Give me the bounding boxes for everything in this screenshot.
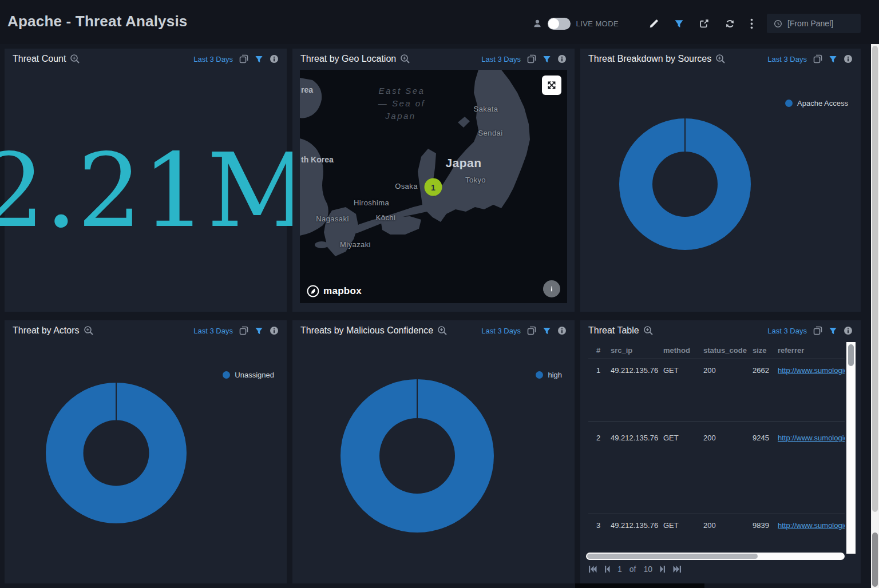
scrollbar-end-segment [872,533,878,587]
panel-title: Threat by Actors [13,325,80,336]
copy-panel-icon[interactable] [527,326,536,335]
cell-index: 2 [596,434,611,442]
table-row[interactable]: 1 49.212.135.76 GET 200 2662 http://www.… [588,359,845,422]
cell-index: 1 [596,366,611,375]
info-icon [548,285,556,293]
referrer-link[interactable]: http://www.sumologic. [778,521,845,530]
panel-time-range[interactable]: Last 3 Days [481,55,521,63]
column-header[interactable]: # [596,346,611,355]
legend-item[interactable]: Unassigned [223,371,274,379]
referrer-link[interactable]: http://www.sumologic. [778,434,845,442]
panel-info-icon[interactable] [270,326,279,335]
map-label-tokyo: Tokyo [465,176,486,184]
panel-filter-icon[interactable] [543,55,551,63]
panel-filter-icon[interactable] [829,55,837,63]
donut-chart-sources[interactable] [619,118,751,250]
table-horizontal-scrollbar[interactable] [586,553,845,560]
zoom-in-icon[interactable] [84,325,94,336]
toggle-knob [548,18,559,29]
map-label-sea-2: — Sea of [378,98,426,108]
mapbox-attribution[interactable]: mapbox [307,285,362,297]
refresh-icon[interactable] [724,18,735,29]
panel-title: Threat Table [588,325,639,336]
map-fullscreen-button[interactable] [542,76,561,95]
copy-panel-icon[interactable] [239,326,248,335]
panel-filter-icon[interactable] [829,327,837,335]
last-page-button[interactable] [673,565,682,573]
first-page-button[interactable] [588,565,597,573]
map-label-osaka: Osaka [395,182,418,190]
time-range-value: [From Panel] [787,19,833,28]
edit-pencil-icon[interactable] [648,18,659,29]
donut-chart-actors[interactable] [46,383,187,523]
live-mode-toggle[interactable] [548,18,571,30]
referrer-link[interactable]: http://www.sumologic. [778,366,845,375]
map-info-button[interactable] [543,280,560,297]
time-range-selector[interactable]: [From Panel] [767,14,861,33]
map-cluster-count: 1 [431,183,435,192]
panel-info-icon[interactable] [557,326,567,335]
next-page-button[interactable] [660,565,666,573]
table-scroll-area[interactable]: # src_ip method status_code size referre… [588,342,845,553]
zoom-in-icon[interactable] [437,325,448,336]
map-label-sea-3: Japan [385,111,415,121]
legend-label: high [548,371,562,379]
copy-panel-icon[interactable] [813,54,822,63]
map-cluster-marker[interactable]: 1 [425,178,442,196]
column-header[interactable]: size [753,346,778,355]
legend-swatch [785,100,793,107]
panel-time-range[interactable]: Last 3 Days [193,327,233,335]
zoom-in-icon[interactable] [400,54,410,64]
donut-chart-confidence[interactable] [340,379,494,533]
panel-filter-icon[interactable] [543,327,551,335]
column-header[interactable]: src_ip [611,346,663,355]
copy-panel-icon[interactable] [239,54,248,63]
panel-time-range[interactable]: Last 3 Days [481,327,521,335]
filter-icon[interactable] [674,19,684,29]
panel-threat-by-actors: Threat by Actors Last 3 Days Una [5,320,287,583]
user-icon[interactable] [533,19,542,28]
legend-swatch [536,371,543,379]
map-label-kochi: Kōchi [376,213,396,222]
scrollbar-thumb[interactable] [848,344,854,366]
table-row[interactable]: 3 49.212.135.76 GET 200 9839 http://www.… [588,514,845,551]
panel-time-range[interactable]: Last 3 Days [767,55,807,63]
mapbox-logo-icon [307,285,319,297]
panel-info-icon[interactable] [844,54,853,63]
table-row[interactable]: 2 49.212.135.76 GET 200 9245 http://www.… [588,422,845,514]
table-vertical-scrollbar[interactable] [846,342,856,554]
panel-info-icon[interactable] [270,54,279,63]
geo-map[interactable]: East Sea — Sea of Japan rea th Korea Jap… [300,70,567,303]
previous-page-button[interactable] [604,565,610,573]
copy-panel-icon[interactable] [527,54,536,63]
zoom-in-icon[interactable] [70,54,80,64]
share-export-icon[interactable] [699,18,710,29]
map-label-sea-1: East Sea [379,86,425,96]
legend-label: Apache Access [797,99,848,108]
map-label-korea-fragment: rea [301,85,313,94]
panel-filter-icon[interactable] [255,327,263,335]
cell-size: 2662 [753,366,778,375]
page-vertical-scrollbar[interactable] [871,44,879,588]
zoom-in-icon[interactable] [715,54,726,64]
panel-info-icon[interactable] [844,326,853,335]
scrollbar-thumb[interactable] [587,554,758,559]
panel-filter-icon[interactable] [255,55,263,63]
legend-label: Unassigned [235,371,274,379]
panel-time-range[interactable]: Last 3 Days [767,327,807,335]
copy-panel-icon[interactable] [813,326,822,335]
column-header[interactable]: method [663,346,703,355]
cell-method: GET [663,521,703,530]
scrollbar-thumb[interactable] [872,46,878,512]
legend-item[interactable]: Apache Access [785,99,848,108]
panel-header: Threat by Geo Location Last 3 Days [292,49,575,69]
panel-time-range[interactable]: Last 3 Days [193,55,233,63]
kebab-menu-icon[interactable] [750,18,753,29]
column-header[interactable]: referrer [778,346,845,355]
map-label-hiroshima: Hiroshima [354,198,389,207]
panel-info-icon[interactable] [557,54,567,63]
zoom-in-icon[interactable] [643,325,654,336]
column-header[interactable]: status_code [703,346,753,355]
legend-item[interactable]: high [536,371,562,379]
current-page[interactable]: 1 [617,565,622,574]
